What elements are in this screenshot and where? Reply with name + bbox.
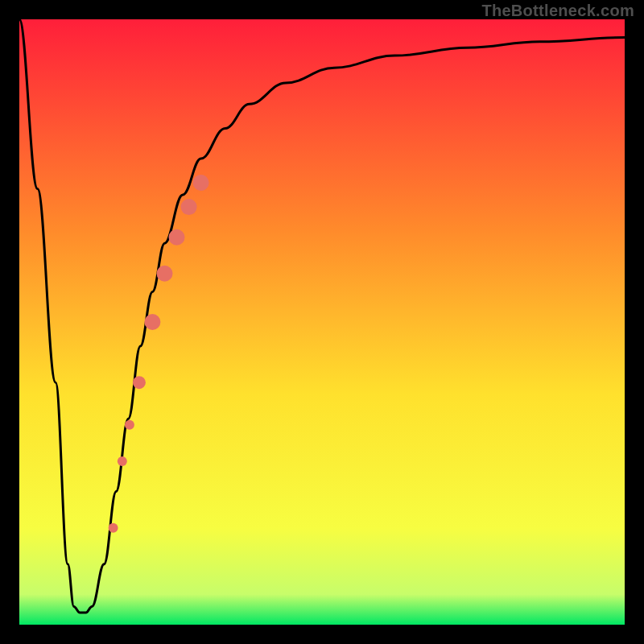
highlight-dot [157,266,173,282]
highlight-dot [109,523,118,533]
highlight-dot [144,314,160,330]
chart-frame: TheBottleneck.com [0,0,644,644]
watermark-label: TheBottleneck.com [481,2,634,20]
highlight-dot [169,229,185,246]
chart-svg [19,19,625,625]
highlight-dot [193,175,209,191]
highlight-dot [118,456,127,466]
highlight-dot [133,376,146,389]
chart-plot-area [19,19,625,625]
highlight-dot [181,199,197,215]
highlight-dot [125,420,134,430]
